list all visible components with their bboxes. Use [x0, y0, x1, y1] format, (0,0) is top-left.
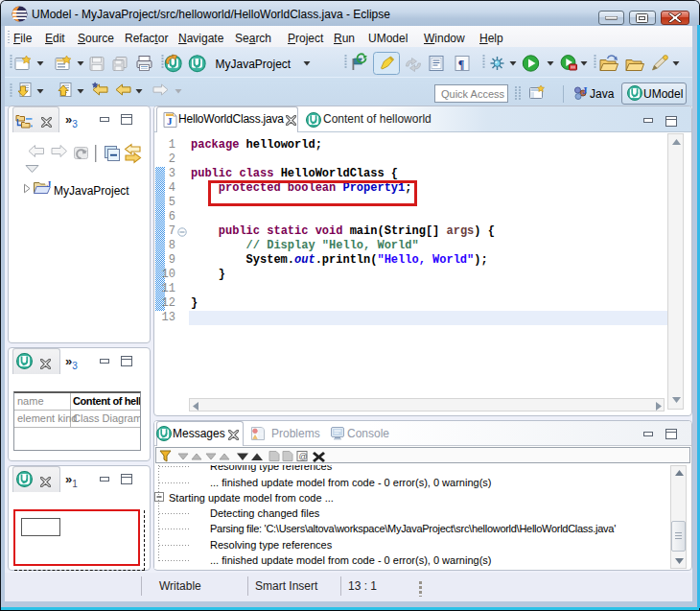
svg-text:J: J: [167, 115, 173, 127]
svg-text:Java: Java: [590, 87, 615, 101]
svg-text:¶: ¶: [458, 58, 464, 71]
svg-text:MyJavaProject: MyJavaProject: [216, 58, 292, 71]
svg-text:J: J: [582, 84, 588, 96]
svg-text:J: J: [47, 179, 52, 189]
svg-text:@: @: [299, 452, 308, 461]
